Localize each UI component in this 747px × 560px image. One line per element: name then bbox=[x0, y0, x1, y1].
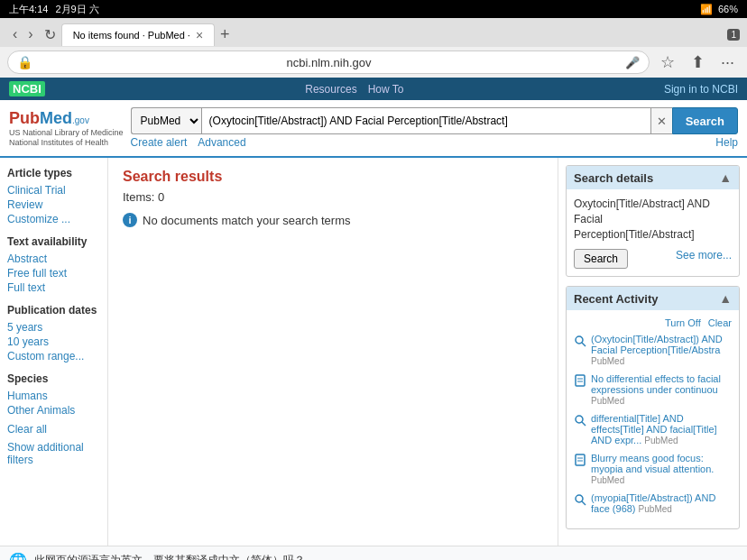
search-bar: PubMed ✕ Search Create alert Advanced He… bbox=[131, 107, 738, 149]
time: 上午4:14 bbox=[9, 3, 48, 16]
bookmark-button[interactable]: ☆ bbox=[655, 50, 680, 74]
tab-close-button[interactable]: × bbox=[196, 28, 203, 42]
search-icon-2 bbox=[574, 414, 586, 427]
activity-source-1: PubMed bbox=[591, 396, 624, 406]
search-details-title: Search details bbox=[574, 171, 653, 185]
activity-text-1[interactable]: No differential effects to facial expres… bbox=[591, 373, 732, 406]
refresh-button[interactable]: ↻ bbox=[39, 24, 61, 45]
no-results-message: i No documents match your search terms bbox=[123, 213, 543, 227]
filter-review[interactable]: Review bbox=[7, 197, 100, 212]
filter-abstract[interactable]: Abstract bbox=[7, 252, 100, 266]
sign-in-link[interactable]: Sign in to NCBI bbox=[664, 83, 738, 96]
search-icon bbox=[574, 335, 586, 347]
create-alert-link[interactable]: Create alert bbox=[131, 136, 188, 149]
status-time: 上午4:14 2月9日 六 bbox=[9, 3, 99, 16]
forward-button[interactable]: › bbox=[23, 24, 38, 44]
menu-button[interactable]: ··· bbox=[715, 51, 740, 74]
doc-icon-1 bbox=[574, 454, 586, 466]
translate-bar: 🌐 此网页的源语言为英文，要将其翻译成中文（简体）吗？ bbox=[0, 546, 747, 560]
address-bar-row: 🔒 ncbi.nlm.nih.gov 🎤 ☆ ⬆ ··· bbox=[0, 47, 747, 78]
publication-dates-title: Publication dates bbox=[7, 304, 100, 317]
tab-label: No items found · PubMed · bbox=[73, 30, 190, 41]
text-availability-title: Text availability bbox=[7, 235, 100, 248]
activity-item-4: (myopia[Title/Abstract]) AND face (968) … bbox=[574, 492, 732, 514]
howto-link[interactable]: How To bbox=[368, 83, 404, 96]
nlm-text: US National Library of Medicine National… bbox=[9, 128, 124, 148]
activity-text-0[interactable]: (Oxytocin[Title/Abstract]) AND Facial Pe… bbox=[591, 334, 732, 366]
svg-point-10 bbox=[576, 495, 583, 502]
search-details-panel: Search details ▲ Oxytocin[Title/Abstract… bbox=[566, 165, 740, 277]
activity-source-2: PubMed bbox=[644, 436, 678, 445]
search-details-text: Oxytocin[Title/Abstract] AND Facial Perc… bbox=[574, 197, 732, 242]
back-button[interactable]: ‹ bbox=[7, 24, 23, 44]
tab-count: 1 bbox=[727, 29, 740, 41]
activity-item-0: (Oxytocin[Title/Abstract]) AND Facial Pe… bbox=[574, 334, 732, 366]
filter-10years[interactable]: 10 years bbox=[7, 335, 100, 349]
pubmed-text: Pub bbox=[9, 109, 40, 127]
pubmed-logo: PubMed.gov US National Library of Medici… bbox=[9, 109, 124, 148]
lock-icon: 🔒 bbox=[17, 55, 32, 69]
new-tab-button[interactable]: + bbox=[215, 25, 235, 44]
search-button[interactable]: Search bbox=[672, 107, 738, 134]
filter-other-animals[interactable]: Other Animals bbox=[7, 403, 100, 418]
med-text: Med bbox=[40, 109, 72, 127]
filter-5years[interactable]: 5 years bbox=[7, 320, 100, 335]
right-panel: Search details ▲ Oxytocin[Title/Abstract… bbox=[558, 158, 747, 546]
search-icon-4 bbox=[574, 493, 586, 506]
activity-text-3[interactable]: Blurry means good focus: myopia and visu… bbox=[591, 453, 732, 485]
clear-link[interactable]: Clear bbox=[708, 317, 732, 328]
svg-line-6 bbox=[582, 422, 586, 426]
translate-text: 此网页的源语言为英文，要将其翻译成中文（简体）吗？ bbox=[34, 553, 305, 560]
search-details-button[interactable]: Search bbox=[574, 249, 628, 269]
species-title: Species bbox=[7, 372, 100, 385]
svg-point-5 bbox=[576, 416, 583, 423]
activity-text-2[interactable]: differential[Title] AND effects[Title] A… bbox=[591, 413, 732, 445]
filter-free-full-text[interactable]: Free full text bbox=[7, 266, 100, 280]
items-count: Items: 0 bbox=[123, 190, 543, 204]
doc-icon-0 bbox=[574, 374, 586, 387]
turn-off-link[interactable]: Turn Off bbox=[665, 317, 701, 328]
recent-activity-collapse[interactable]: ▲ bbox=[719, 291, 732, 306]
date: 2月9日 六 bbox=[55, 3, 98, 16]
clear-all-link[interactable]: Clear all bbox=[7, 423, 100, 436]
recent-activity-header: Recent Activity ▲ bbox=[567, 287, 739, 310]
address-bar[interactable]: 🔒 ncbi.nlm.nih.gov 🎤 bbox=[7, 50, 650, 74]
filter-humans[interactable]: Humans bbox=[7, 389, 100, 403]
resources-link[interactable]: Resources bbox=[305, 83, 356, 96]
activity-text-4[interactable]: (myopia[Title/Abstract]) AND face (968) … bbox=[591, 492, 732, 514]
status-bar: 上午4:14 2月9日 六 📶 66% bbox=[0, 0, 747, 18]
database-select[interactable]: PubMed bbox=[131, 107, 201, 134]
recent-activity-controls: Turn Off Clear bbox=[574, 317, 732, 328]
share-button[interactable]: ⬆ bbox=[686, 50, 710, 74]
filter-clinical-trial[interactable]: Clinical Trial bbox=[7, 183, 100, 197]
active-tab[interactable]: No items found · PubMed · × bbox=[61, 23, 215, 46]
svg-point-0 bbox=[576, 336, 583, 344]
activity-source-4: PubMed bbox=[639, 504, 672, 514]
help-link[interactable]: Help bbox=[715, 136, 738, 149]
svg-line-1 bbox=[582, 343, 586, 346]
info-icon: i bbox=[123, 213, 137, 227]
article-types-title: Article types bbox=[7, 167, 100, 179]
svg-rect-7 bbox=[576, 454, 585, 465]
main-content: Search results Items: 0 i No documents m… bbox=[108, 158, 558, 546]
search-links: Create alert Advanced Help bbox=[131, 136, 738, 149]
see-more-link[interactable]: See more... bbox=[676, 249, 732, 262]
recent-activity-body: Turn Off Clear (Oxytocin[Title/Abstract]… bbox=[567, 310, 739, 528]
search-details-collapse[interactable]: ▲ bbox=[719, 170, 732, 185]
svg-rect-2 bbox=[576, 375, 585, 386]
search-input-row: PubMed ✕ Search bbox=[131, 107, 738, 134]
search-input[interactable] bbox=[201, 107, 650, 134]
filter-custom-range[interactable]: Custom range... bbox=[7, 349, 100, 363]
clear-search-button[interactable]: ✕ bbox=[650, 107, 672, 134]
battery-text: 66% bbox=[718, 4, 738, 14]
filter-full-text[interactable]: Full text bbox=[7, 280, 100, 295]
recent-activity-panel: Recent Activity ▲ Turn Off Clear (Oxytoc… bbox=[566, 286, 740, 529]
advanced-link[interactable]: Advanced bbox=[198, 136, 245, 149]
gov-text: .gov bbox=[72, 115, 89, 125]
main-layout: Article types Clinical Trial Review Cust… bbox=[0, 158, 747, 546]
show-filters-link[interactable]: Show additional filters bbox=[7, 441, 100, 466]
ncbi-logo: NCBI bbox=[9, 81, 45, 96]
tab-bar: ‹ › ↻ No items found · PubMed · × + 1 bbox=[0, 18, 747, 47]
wifi-icon: 📶 bbox=[700, 4, 713, 15]
filter-customize[interactable]: Customize ... bbox=[7, 212, 100, 226]
